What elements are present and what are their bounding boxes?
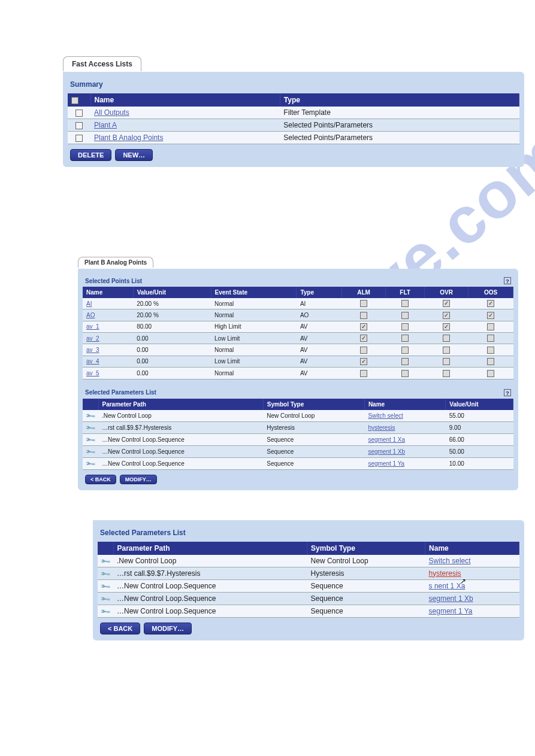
type-cell: Filter Template — [280, 107, 519, 119]
status-checkbox[interactable] — [443, 300, 450, 307]
path-cell: .New Control Loop — [113, 555, 307, 567]
wrench-icon[interactable]: 🔧 — [99, 593, 111, 605]
col-path: Parameter Path — [98, 399, 263, 410]
symbol-cell: Sequence — [263, 433, 364, 445]
delete-button[interactable]: DELETE — [70, 149, 111, 161]
state-cell: Normal — [211, 309, 297, 321]
status-checkbox[interactable] — [487, 300, 494, 307]
point-link[interactable]: av_1 — [86, 323, 99, 330]
help-icon[interactable]: ? — [504, 389, 511, 396]
new-button[interactable]: NEW… — [115, 149, 153, 161]
wrench-icon[interactable]: 🔧 — [99, 568, 111, 579]
status-checkbox[interactable] — [443, 347, 450, 354]
wrench-icon[interactable]: 🔧 — [84, 446, 96, 457]
modify-button[interactable]: MODIFY… — [144, 623, 192, 634]
status-checkbox[interactable] — [487, 370, 494, 377]
status-checkbox[interactable] — [487, 335, 494, 342]
status-checkbox[interactable] — [443, 323, 450, 330]
point-link[interactable]: AO — [86, 312, 95, 318]
wrench-icon[interactable]: 🔧 — [84, 434, 96, 445]
params-table-large: Parameter Path Symbol Type Name 🔧.New Co… — [98, 542, 519, 618]
path-cell: …New Control Loop.Sequence — [113, 579, 307, 592]
select-all-checkbox[interactable] — [71, 97, 78, 104]
wrench-icon[interactable]: 🔧 — [99, 581, 111, 592]
status-checkbox[interactable] — [443, 358, 450, 365]
col-pname: Name — [364, 399, 445, 410]
param-link[interactable]: Switch select — [429, 557, 471, 565]
tab-fast-access-lists[interactable]: Fast Access Lists — [63, 56, 141, 71]
status-checkbox[interactable] — [360, 300, 367, 307]
point-link[interactable]: av_4 — [86, 358, 99, 365]
name-link[interactable]: Plant A — [94, 121, 117, 129]
status-checkbox[interactable] — [487, 358, 494, 365]
param-link[interactable]: segment 1 Ya — [368, 460, 404, 467]
table-row: AO20.00 %NormalAO — [83, 309, 513, 321]
back-button[interactable]: < BACK — [100, 623, 140, 634]
path-cell: …rst call.$9.$7.Hysteresis — [98, 421, 263, 433]
state-cell: Low Limit — [211, 356, 297, 367]
status-checkbox[interactable] — [401, 358, 409, 365]
table-row: Plant B Analog PointsSelected Points/Par… — [68, 132, 519, 144]
status-checkbox[interactable] — [443, 335, 450, 342]
status-checkbox[interactable] — [401, 335, 409, 342]
param-link[interactable]: segment 1 Xa — [368, 436, 405, 443]
type-cell: AV — [297, 356, 341, 367]
symbol-cell: New Control Loop — [307, 555, 425, 567]
param-link[interactable]: hysteresis — [368, 424, 395, 431]
row-checkbox[interactable] — [75, 122, 83, 129]
help-icon[interactable]: ? — [504, 277, 511, 284]
wrench-icon[interactable]: 🔧 — [84, 422, 96, 433]
modify-button[interactable]: MODIFY… — [120, 475, 157, 484]
table-row: av_30.00NormalAV — [83, 344, 513, 356]
col-symbol: Symbol Type — [307, 542, 425, 555]
status-checkbox[interactable] — [487, 312, 494, 319]
type-cell: AI — [297, 298, 341, 309]
point-link[interactable]: av_5 — [86, 370, 99, 377]
status-checkbox[interactable] — [401, 300, 409, 307]
status-checkbox[interactable] — [401, 323, 409, 330]
name-link[interactable]: All Outputs — [94, 108, 129, 117]
btn-label: NEW… — [123, 151, 145, 159]
row-checkbox[interactable] — [75, 135, 83, 142]
table-row: 🔧…New Control Loop.SequenceSequencesegme… — [83, 457, 513, 469]
status-checkbox[interactable] — [360, 358, 367, 365]
wrench-icon[interactable]: 🔧 — [99, 606, 111, 617]
status-checkbox[interactable] — [360, 370, 367, 377]
point-link[interactable]: av_3 — [86, 347, 99, 353]
param-link[interactable]: hysteresis — [429, 569, 461, 578]
plant-b-panel: Plant B Analog Points Selected Points Li… — [78, 269, 518, 490]
status-checkbox[interactable] — [401, 347, 409, 354]
status-checkbox[interactable] — [443, 370, 450, 377]
tab-plant-b[interactable]: Plant B Analog Points — [78, 257, 153, 268]
status-checkbox[interactable] — [360, 347, 367, 354]
status-checkbox[interactable] — [487, 347, 494, 354]
param-link[interactable]: segment 1 Xb — [429, 594, 473, 603]
status-checkbox[interactable] — [401, 370, 409, 377]
table-row: av_50.00NormalAV — [83, 368, 513, 379]
wrench-icon[interactable]: 🔧 — [99, 555, 111, 567]
value-cell: 55.00 — [446, 410, 513, 422]
param-link[interactable]: segment 1 Ya — [429, 607, 473, 615]
btn-label: < BACK — [108, 625, 132, 632]
status-checkbox[interactable] — [401, 312, 409, 319]
type-cell: Selected Points/Parameters — [280, 119, 519, 132]
back-button[interactable]: < BACK — [85, 475, 116, 484]
status-checkbox[interactable] — [443, 312, 450, 319]
path-cell: …New Control Loop.Sequence — [98, 457, 263, 469]
point-link[interactable]: AI — [86, 300, 92, 307]
value-cell: 0.00 — [133, 333, 211, 344]
panel3-buttons: < BACK MODIFY… — [98, 618, 519, 636]
point-link[interactable]: av_2 — [86, 335, 99, 342]
param-link[interactable]: segment 1 Xb — [368, 448, 405, 455]
param-link[interactable]: Switch select — [368, 412, 403, 419]
value-cell: 20.00 % — [133, 309, 211, 321]
row-checkbox[interactable] — [75, 110, 83, 117]
status-checkbox[interactable] — [360, 323, 367, 330]
name-link[interactable]: Plant B Analog Points — [94, 133, 163, 142]
status-checkbox[interactable] — [360, 335, 367, 342]
status-checkbox[interactable] — [360, 312, 367, 319]
symbol-cell: Hysteresis — [307, 567, 425, 579]
wrench-icon[interactable]: 🔧 — [84, 458, 96, 469]
wrench-icon[interactable]: 🔧 — [84, 410, 96, 421]
status-checkbox[interactable] — [487, 323, 494, 330]
